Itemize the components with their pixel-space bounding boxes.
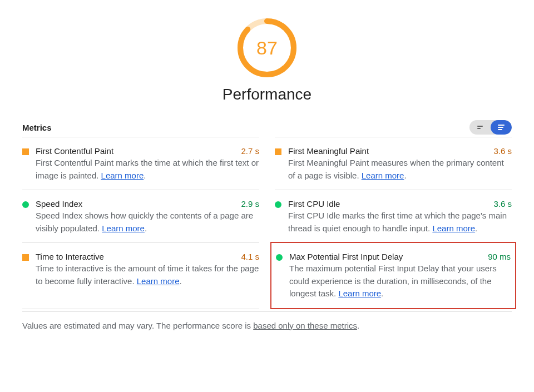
footer-link[interactable]: based only on these metrics	[253, 321, 357, 330]
metric-value: 2.7 s	[241, 146, 259, 156]
metric-value: 3.6 s	[493, 199, 512, 209]
status-average-icon	[275, 148, 281, 155]
metric-title: First Contentful Paint	[36, 146, 113, 156]
metric-body: Speed Index2.9 sSpeed Index shows how qu…	[36, 199, 259, 235]
status-good-icon	[276, 254, 283, 261]
metric-value: 90 ms	[488, 252, 511, 261]
metric-value: 3.6 s	[493, 146, 512, 156]
metric-card: Time to Interactive4.1 sTime to interact…	[22, 242, 259, 309]
metric-description: First Meaningful Paint measures when the…	[288, 157, 512, 182]
learn-more-link[interactable]: Learn more	[101, 171, 144, 180]
metric-body: First Meaningful Paint3.6 sFirst Meaning…	[288, 146, 512, 182]
view-compact-button[interactable]	[469, 120, 491, 135]
metric-description: Time to interactive is the amount of tim…	[36, 262, 259, 287]
metric-body: Max Potential First Input Delay90 msThe …	[289, 252, 511, 300]
compact-lines-icon	[477, 126, 483, 129]
metric-value: 4.1 s	[241, 252, 259, 261]
metric-card: First CPU Idle3.6 sFirst CPU Idle marks …	[275, 190, 512, 242]
footer-note: Values are estimated and may vary. The p…	[22, 311, 512, 330]
footer-prefix: Values are estimated and may vary. The p…	[22, 321, 253, 330]
metric-description: The maximum potential First Input Delay …	[289, 262, 511, 300]
metric-title: Max Potential First Input Delay	[289, 252, 403, 261]
metric-value: 2.9 s	[241, 199, 259, 209]
status-good-icon	[22, 201, 29, 208]
learn-more-link[interactable]: Learn more	[102, 224, 145, 233]
metric-body: First CPU Idle3.6 sFirst CPU Idle marks …	[288, 199, 512, 235]
metric-body: Time to Interactive4.1 sTime to interact…	[36, 252, 259, 301]
metric-card: First Contentful Paint2.7 sFirst Content…	[22, 137, 259, 190]
metric-card: First Meaningful Paint3.6 sFirst Meaning…	[275, 137, 512, 190]
performance-gauge: 87 Performance	[22, 17, 512, 103]
metric-title: Speed Index	[36, 199, 82, 209]
metric-title: First CPU Idle	[288, 199, 340, 209]
footer-suffix: .	[357, 321, 359, 330]
metric-card: Max Potential First Input Delay90 msThe …	[270, 242, 516, 309]
learn-more-link[interactable]: Learn more	[432, 224, 475, 233]
view-toggle	[469, 120, 512, 135]
metrics-grid: First Contentful Paint2.7 sFirst Content…	[22, 137, 512, 309]
view-detailed-button[interactable]	[491, 120, 512, 135]
metric-card: Speed Index2.9 sSpeed Index shows how qu…	[22, 190, 259, 242]
metric-title: First Meaningful Paint	[288, 146, 369, 156]
metric-description: First CPU Idle marks the first time at w…	[288, 210, 512, 235]
metrics-header: Metrics	[22, 120, 512, 135]
metric-title: Time to Interactive	[36, 252, 104, 261]
metric-description: Speed Index shows how quickly the conten…	[36, 210, 259, 235]
status-average-icon	[22, 148, 29, 155]
metric-description: First Contentful Paint marks the time at…	[36, 157, 259, 182]
metrics-heading: Metrics	[22, 123, 52, 132]
learn-more-link[interactable]: Learn more	[362, 171, 404, 180]
learn-more-link[interactable]: Learn more	[137, 276, 180, 286]
learn-more-link[interactable]: Learn more	[338, 289, 381, 298]
gauge-title: Performance	[222, 86, 312, 103]
gauge-circle: 87	[236, 17, 298, 79]
status-good-icon	[275, 201, 281, 208]
metric-body: First Contentful Paint2.7 sFirst Content…	[36, 146, 259, 182]
gauge-score: 87	[236, 17, 298, 79]
status-average-icon	[22, 254, 29, 261]
detailed-lines-icon	[498, 125, 505, 130]
